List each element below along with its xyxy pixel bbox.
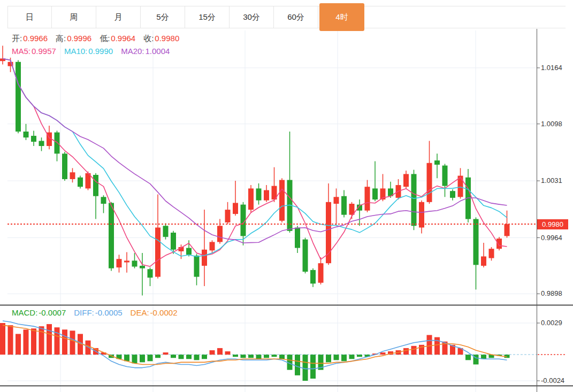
candle-body [202,250,207,266]
candle-body [310,270,316,283]
macd-hist-bar [357,355,362,357]
macd-hist-bar [465,355,471,360]
candle-body [70,172,75,179]
legend-item: DEA:-0.0002 [131,308,178,317]
interval-tabbar: 日周月5分15分30分60分4时 [7,6,566,28]
kline-app: 日周月5分15分30分60分4时 开:0.9966高:0.9996低:0.996… [0,0,573,392]
candle-body [163,226,169,237]
candle-body [55,133,60,154]
macd-hist-bar [124,355,129,361]
candle-body [132,260,137,266]
interval-tab-30分[interactable]: 30分 [230,6,274,28]
interval-tab-4时[interactable]: 4时 [319,3,364,31]
candle-body [117,259,122,267]
candle-body [155,227,161,276]
macd-axis-label: -0.0024 [541,376,564,385]
candle-body [124,260,129,262]
macd-hist-bar [0,323,5,355]
macd-hist-bar [434,337,440,355]
ma20-line [3,58,507,243]
candle-body [341,196,347,215]
price-axis-label: 1.0164 [541,64,562,72]
macd-hist-bar [225,351,231,355]
macd-hist-bar [380,352,386,355]
interval-tab-日[interactable]: 日 [7,6,52,28]
candle-body [186,248,192,255]
legend-item: MA10:0.9990 [64,47,113,56]
candle-body [442,166,448,186]
macd-hist-bar [194,355,200,360]
candle-body [434,160,440,165]
candle-body [62,153,67,179]
price-axis-label: 0.9964 [541,234,562,242]
candle-body [256,188,262,200]
macd-hist-bar [39,326,44,355]
candle-body [489,249,494,258]
candle-body [505,224,510,236]
interval-tab-15分[interactable]: 15分 [185,6,230,28]
interval-tab-60分[interactable]: 60分 [274,6,318,28]
candle-body [473,219,479,265]
candle-body [318,263,324,283]
candle-body [148,269,153,278]
macd-hist-bar [334,355,339,360]
candle-body [140,266,145,268]
macd-hist-bar [186,355,192,359]
last-price-value: 0.9980 [542,220,563,228]
candle-body [334,197,339,204]
macd-hist-bar [31,328,36,355]
macd-hist-bar [16,334,21,355]
candle-body [16,62,21,132]
macd-hist-bar [349,355,355,359]
interval-tab-月[interactable]: 月 [96,6,141,28]
macd-hist-bar [326,355,331,362]
chart-canvas[interactable] [0,0,573,392]
candle-body [496,239,502,249]
candle-body [248,188,254,210]
macd-hist-bar [403,348,409,355]
macd-hist-bar [341,355,347,361]
candle-body [233,203,238,214]
legend-item: 高:0.9996 [56,34,91,43]
last-price-tag: 0.9980 [537,219,568,229]
candle-body [411,174,417,226]
candle-body [427,163,432,202]
candle-body [78,178,83,187]
legend-item: MA5:0.9957 [12,47,56,56]
macd-hist-bar [8,325,13,355]
macd-hist-bar [202,355,207,359]
interval-tab-周[interactable]: 周 [52,6,96,28]
ma10-line [3,58,507,256]
macd-hist-bar [272,355,277,357]
candle-body [171,233,176,250]
candle-body [365,187,370,210]
candle-body [217,226,223,242]
candle-body [303,240,308,272]
price-axis-label: 0.9898 [541,289,562,298]
candle-body [450,191,455,198]
macd-hist-bar [62,329,67,355]
macd-hist-bar [248,355,254,358]
macd-hist-bar [171,355,176,358]
macd-hist-bar [303,355,308,381]
macd-hist-bar [295,355,300,375]
macd-legend: MACD:-0.0007DIFF:-0.0005DEA:-0.0002 [12,308,185,317]
legend-item: MACD:-0.0007 [12,308,66,317]
interval-tab-5分[interactable]: 5分 [141,6,185,28]
ohlc-legend: 开:0.9966高:0.9996低:0.9964收:0.9980 [12,34,187,44]
ma-legend: MA5:0.9957MA10:0.9990MA20:1.0004 [12,47,178,56]
macd-hist-bar [279,355,285,359]
legend-item: DIFF:-0.0005 [74,308,122,317]
macd-hist-bar [179,355,184,359]
candle-body [225,210,231,222]
macd-hist-bar [47,324,52,355]
legend-item: 开:0.9966 [12,34,48,43]
candle-body [101,197,106,204]
macd-hist-bar [24,329,29,355]
macd-hist-bar [310,355,316,379]
candle-body [210,242,215,250]
candle-body [295,227,300,248]
macd-hist-bar [217,348,223,355]
macd-hist-bar [419,345,424,355]
macd-hist-bar [241,355,246,358]
